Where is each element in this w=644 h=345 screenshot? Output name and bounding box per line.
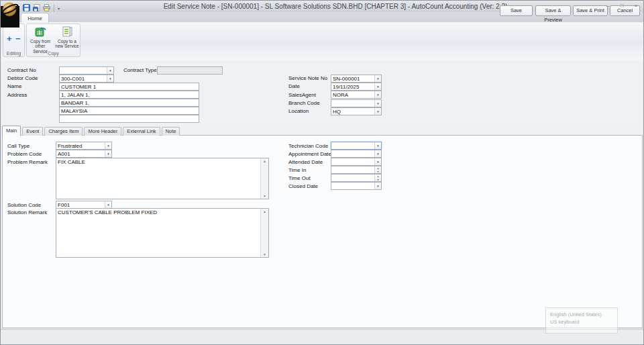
address-line3-input[interactable] — [60, 107, 199, 114]
problem-remark-textarea[interactable]: FIX CABLE — [56, 158, 260, 199]
scroll-up-icon[interactable]: ▲ — [263, 209, 266, 213]
window-controls: – □ × — [604, 2, 640, 9]
spin-down-icon[interactable]: ▾ — [375, 178, 381, 181]
chevron-down-icon[interactable]: ▾ — [374, 108, 381, 115]
problem-code-field[interactable]: ▾ — [56, 150, 112, 158]
ribbon-group-copy: Copy from other Service Copy to a new Se… — [26, 23, 80, 57]
solution-remark-label: Solution Remark — [7, 209, 47, 215]
address-line4-field[interactable] — [59, 115, 199, 123]
solution-remark-textarea[interactable]: CUSTOMER'S CABLE PROBLEM FIXED — [56, 209, 260, 257]
autocount-logo-icon[interactable] — [1, 1, 19, 21]
debtor-code-input[interactable] — [60, 75, 107, 82]
save-and-preview-button[interactable]: Save & Preview — [535, 5, 571, 16]
closed-date-field[interactable]: ▾ — [331, 182, 382, 190]
technician-code-input[interactable] — [331, 142, 374, 149]
save-icon[interactable] — [23, 2, 30, 14]
location-label: Location — [288, 108, 309, 114]
address-line4-input[interactable] — [60, 115, 199, 122]
chevron-down-icon[interactable]: ▾ — [374, 75, 381, 82]
address-line2-field[interactable] — [59, 99, 199, 107]
save-as-icon[interactable] — [33, 2, 40, 14]
time-out-input[interactable] — [331, 175, 374, 181]
address-line2-input[interactable] — [60, 99, 199, 106]
chevron-down-icon[interactable]: ▾ — [374, 158, 381, 165]
location-input[interactable] — [331, 108, 374, 115]
contract-type-field — [157, 66, 223, 75]
location-field[interactable]: ▾ — [331, 107, 382, 115]
solution-remark-field[interactable]: CUSTOMER'S CABLE PROBLEM FIXED ▲ ▼ — [56, 208, 269, 258]
tab-main[interactable]: Main — [2, 126, 21, 136]
problem-remark-scrollbar[interactable]: ▲ ▼ — [260, 158, 268, 199]
save-and-print-button[interactable]: Save & Print — [573, 5, 608, 16]
attended-date-field[interactable]: ▾ — [331, 158, 382, 166]
remove-icon[interactable]: − — [15, 34, 21, 43]
chevron-down-icon[interactable]: ▾ — [107, 75, 113, 82]
problem-remark-field[interactable]: FIX CABLE ▲ ▼ — [56, 158, 269, 199]
sales-agent-field[interactable]: ▾ — [331, 91, 382, 99]
save-button[interactable]: Save — [500, 5, 533, 16]
chevron-down-icon[interactable]: ▾ — [374, 100, 381, 107]
call-type-input[interactable] — [56, 142, 105, 149]
chevron-down-icon[interactable]: ▾ — [105, 142, 111, 149]
tab-note[interactable]: Note — [162, 127, 180, 136]
name-field[interactable] — [59, 83, 199, 91]
chevron-down-icon[interactable]: ▾ — [105, 150, 111, 157]
chevron-down-icon[interactable]: ▾ — [374, 150, 381, 157]
chevron-down-icon[interactable]: ▾ — [374, 91, 381, 98]
tab-more-header[interactable]: More Header — [84, 127, 121, 136]
solution-remark-scrollbar[interactable]: ▲ ▼ — [260, 209, 268, 257]
call-type-field[interactable]: ▾ — [56, 142, 112, 150]
tab-event[interactable]: Event — [22, 127, 43, 136]
chevron-down-icon[interactable]: ▾ — [374, 183, 381, 189]
scroll-down-icon[interactable]: ▼ — [263, 252, 266, 256]
address-line1-field[interactable] — [59, 91, 199, 99]
closed-date-input[interactable] — [331, 183, 374, 189]
problem-remark-label: Problem Remark — [7, 159, 48, 165]
appointment-date-field[interactable]: ▾ — [331, 150, 382, 158]
name-input[interactable] — [60, 83, 199, 90]
time-in-spinner[interactable]: ▴▾ — [374, 166, 381, 173]
chevron-down-icon[interactable]: ▾ — [374, 142, 381, 149]
debtor-code-field[interactable]: ▾ — [59, 75, 114, 83]
scroll-down-icon[interactable]: ▼ — [263, 194, 266, 198]
chevron-down-icon[interactable]: ▾ — [374, 83, 381, 90]
service-note-no-field[interactable]: ▾ — [331, 75, 382, 83]
service-note-no-input[interactable] — [331, 75, 374, 82]
print-icon[interactable] — [43, 2, 50, 14]
tab-external-link[interactable]: External Link — [123, 127, 160, 136]
minimize-icon[interactable]: – — [604, 2, 612, 9]
contract-no-input[interactable] — [60, 67, 107, 74]
technician-code-field[interactable]: ▾ — [331, 142, 382, 150]
address-line1-input[interactable] — [60, 91, 199, 98]
attended-date-input[interactable] — [331, 158, 374, 165]
scroll-up-icon[interactable]: ▲ — [263, 159, 266, 163]
sales-agent-input[interactable] — [331, 91, 374, 98]
restore-icon[interactable]: □ — [618, 2, 626, 9]
copy-from-other-service-button[interactable]: Copy from other Service — [28, 26, 53, 51]
address-line3-field[interactable] — [59, 107, 199, 115]
add-icon[interactable]: + — [7, 34, 12, 43]
solution-code-input[interactable] — [56, 201, 105, 208]
contract-no-field[interactable]: ▾ — [59, 66, 114, 75]
chevron-down-icon[interactable]: ▾ — [107, 67, 113, 74]
branch-code-input[interactable] — [331, 100, 374, 107]
close-icon[interactable]: × — [632, 2, 640, 9]
copy-to-new-service-button[interactable]: Copy to a new Service — [54, 26, 80, 51]
time-out-spinner[interactable]: ▴▾ — [374, 175, 381, 181]
time-out-field[interactable]: ▴▾ — [331, 174, 382, 182]
closed-date-label: Closed Date — [288, 183, 318, 189]
toolbar-overflow-caret-icon[interactable]: ▾ — [58, 6, 60, 11]
attended-date-label: Attended Date — [288, 159, 323, 165]
tab-charges-item[interactable]: Charges Item — [44, 127, 83, 136]
date-field[interactable]: ▾ — [331, 83, 382, 91]
time-in-field[interactable]: ▴▾ — [331, 166, 382, 174]
problem-code-input[interactable] — [56, 150, 105, 157]
spin-down-icon[interactable]: ▾ — [375, 170, 381, 173]
time-in-input[interactable] — [331, 166, 374, 173]
appointment-date-input[interactable] — [331, 150, 374, 157]
footer-bar — [1, 329, 643, 345]
branch-code-field[interactable]: ▾ — [331, 99, 382, 107]
chevron-down-icon[interactable]: ▾ — [105, 201, 111, 208]
date-input[interactable] — [331, 83, 374, 90]
ribbon-tab-home[interactable]: Home — [21, 13, 49, 23]
